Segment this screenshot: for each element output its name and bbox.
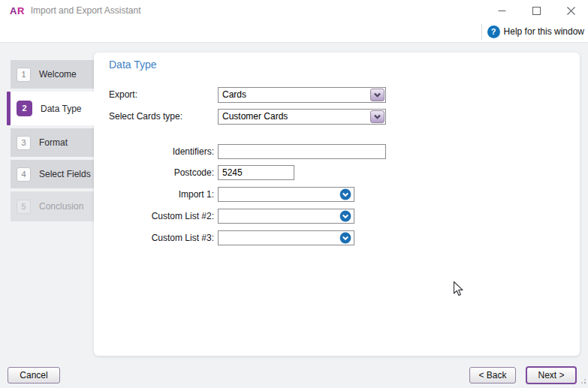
select-cards-type-dropdown-value: Customer Cards	[222, 110, 288, 124]
identifiers-input[interactable]	[218, 144, 386, 159]
resize-grip[interactable]	[579, 376, 586, 386]
sidebar-step-welcome[interactable]: 1 Welcome	[11, 60, 94, 89]
step-label: Format	[39, 137, 68, 148]
custom-list-3-combo[interactable]	[218, 230, 354, 245]
logo-letter-r: R	[17, 5, 25, 17]
import-export-assistant-window: AR Import and Export Assistant ? Help fo…	[0, 0, 588, 388]
postcode-input[interactable]	[218, 165, 294, 180]
step-label: Data Type	[41, 104, 81, 114]
import-1-combo[interactable]	[218, 187, 354, 202]
custom-list-2-combo[interactable]	[218, 209, 354, 224]
close-button[interactable]	[553, 0, 588, 21]
step-label: Select Fields	[39, 169, 91, 179]
sidebar-step-conclusion: 5 Conclusion	[11, 191, 94, 221]
helpbar-divider	[481, 24, 482, 40]
logo-letter-a: A	[10, 5, 17, 17]
custom-list-2-label: Custom List #2:	[94, 209, 214, 224]
identifiers-label: Identifiers:	[94, 144, 214, 159]
postcode-label: Postcode:	[94, 165, 214, 180]
step-number-badge: 1	[17, 68, 31, 82]
custom-list-3-label: Custom List #3:	[94, 230, 214, 245]
content-panel: Data Type Export: Cards Select Cards typ…	[94, 53, 580, 356]
cancel-button[interactable]: Cancel	[8, 367, 60, 383]
step-number-badge: 4	[17, 167, 31, 182]
step-label: Welcome	[39, 69, 77, 80]
select-cards-type-label: Select Cards type:	[109, 109, 216, 124]
chevron-down-icon[interactable]	[370, 110, 384, 123]
window-controls	[484, 0, 588, 21]
export-dropdown[interactable]: Cards	[218, 87, 386, 103]
step-number-badge: 2	[17, 101, 32, 116]
import-1-label: Import 1:	[94, 187, 214, 202]
chevron-down-circle-icon[interactable]	[339, 232, 351, 244]
export-label: Export:	[109, 87, 216, 102]
sidebar-step-format[interactable]: 3 Format	[11, 128, 94, 157]
maximize-button[interactable]	[519, 0, 553, 21]
page-title: Data Type	[109, 59, 157, 71]
help-link[interactable]: ? Help for this window	[487, 26, 584, 38]
app-logo: AR	[10, 5, 25, 17]
step-label: Conclusion	[39, 201, 83, 212]
helpbar: ? Help for this window	[0, 21, 588, 43]
help-link-label: Help for this window	[504, 26, 584, 37]
back-button[interactable]: < Back	[469, 367, 516, 383]
minimize-button[interactable]	[484, 0, 519, 21]
minimize-icon	[498, 7, 506, 15]
sidebar-step-select-fields[interactable]: 4 Select Fields	[11, 160, 94, 188]
export-dropdown-value: Cards	[222, 88, 246, 102]
sidebar-step-data-type[interactable]: 2 Data Type	[11, 92, 94, 125]
maximize-icon	[532, 7, 541, 15]
step-number-badge: 3	[17, 136, 31, 150]
select-cards-type-dropdown[interactable]: Customer Cards	[218, 109, 386, 125]
chevron-down-icon[interactable]	[370, 89, 384, 101]
question-circle-icon: ?	[487, 26, 500, 38]
next-button[interactable]: Next >	[526, 366, 577, 384]
step-number-badge: 5	[17, 200, 31, 214]
close-icon	[567, 7, 575, 15]
chevron-down-circle-icon[interactable]	[339, 188, 351, 200]
window-title: Import and Export Assistant	[31, 5, 141, 16]
titlebar: AR Import and Export Assistant	[0, 0, 588, 21]
chevron-down-circle-icon[interactable]	[339, 210, 351, 222]
